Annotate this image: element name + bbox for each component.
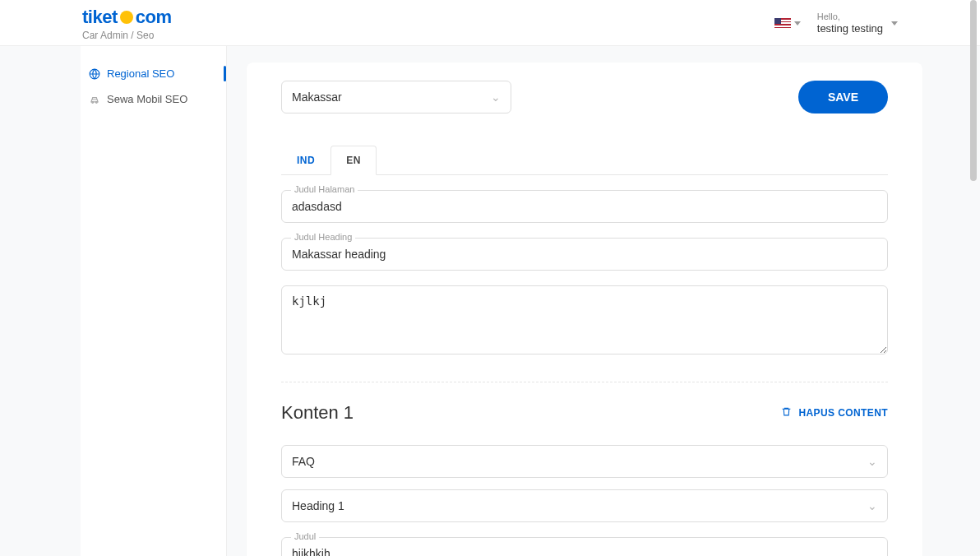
sidebar-item-regional-seo[interactable]: Regional SEO <box>81 61 226 86</box>
heading-level-value: Heading 1 <box>292 499 344 512</box>
form-card: Makassar ⌄ SAVE IND EN Judul Halaman Jud… <box>247 63 922 556</box>
trash-icon <box>781 406 792 419</box>
hapus-content-button[interactable]: HAPUS CONTENT <box>781 406 888 419</box>
brand-text-left: tiket <box>82 7 118 28</box>
section-divider <box>281 382 888 382</box>
sidebar-item-label: Sewa Mobil SEO <box>107 93 187 105</box>
us-flag-icon <box>774 18 791 28</box>
body-area: Regional SEO Sewa Mobil SEO Makassar ⌄ S… <box>0 46 980 556</box>
region-select-value: Makassar <box>292 90 342 104</box>
chevron-down-icon <box>794 21 801 25</box>
user-name: testing testing <box>817 22 883 35</box>
top-row: Makassar ⌄ SAVE <box>281 81 888 114</box>
judul-halaman-label: Judul Halaman <box>291 184 358 194</box>
user-menu[interactable]: Hello, testing testing <box>817 12 898 35</box>
sidebar: Regional SEO Sewa Mobil SEO <box>81 46 227 556</box>
save-button[interactable]: SAVE <box>798 81 888 114</box>
main-content: Makassar ⌄ SAVE IND EN Judul Halaman Jud… <box>227 46 980 556</box>
content-type-select[interactable]: FAQ ⌄ <box>281 445 888 478</box>
brand-text-right: com <box>136 7 172 28</box>
tab-en[interactable]: EN <box>331 146 377 175</box>
content-type-value: FAQ <box>292 455 315 468</box>
app-header: tiket com Car Admin / Seo Hello, testing… <box>0 0 980 46</box>
scrollbar-thumb[interactable] <box>970 0 977 181</box>
sidebar-item-sewa-mobil-seo[interactable]: Sewa Mobil SEO <box>81 86 226 112</box>
region-select[interactable]: Makassar ⌄ <box>281 81 511 114</box>
tab-ind[interactable]: IND <box>281 146 331 175</box>
brand-logo: tiket com <box>82 7 172 28</box>
konten-header: Konten 1 HAPUS CONTENT <box>281 402 888 424</box>
hapus-content-label: HAPUS CONTENT <box>798 407 888 419</box>
logo-block: tiket com Car Admin / Seo <box>82 7 172 41</box>
judul-heading-input[interactable] <box>281 238 888 271</box>
konten-judul-field: Judul <box>281 537 888 556</box>
user-greeting: Hello, <box>817 12 883 22</box>
description-textarea[interactable] <box>281 285 888 354</box>
judul-halaman-input[interactable] <box>281 190 888 223</box>
vertical-scrollbar[interactable] <box>970 0 978 556</box>
konten-title: Konten 1 <box>281 402 354 424</box>
car-icon <box>89 94 100 105</box>
language-tabs: IND EN <box>281 145 888 175</box>
heading-level-select[interactable]: Heading 1 ⌄ <box>281 489 888 522</box>
konten-judul-label: Judul <box>291 531 319 541</box>
breadcrumb: Car Admin / Seo <box>82 30 172 41</box>
user-text: Hello, testing testing <box>817 12 883 35</box>
judul-heading-field: Judul Heading <box>281 238 888 271</box>
brand-dot-icon <box>120 11 133 24</box>
judul-halaman-field: Judul Halaman <box>281 190 888 223</box>
header-right: Hello, testing testing <box>774 12 898 35</box>
chevron-down-icon <box>891 21 898 25</box>
sidebar-item-label: Regional SEO <box>107 67 174 80</box>
chevron-down-icon: ⌄ <box>491 90 501 104</box>
judul-heading-label: Judul Heading <box>291 232 355 242</box>
description-field <box>281 285 888 357</box>
chevron-down-icon: ⌄ <box>867 499 877 512</box>
chevron-down-icon: ⌄ <box>867 455 877 468</box>
globe-icon <box>89 68 100 80</box>
language-switcher[interactable] <box>774 18 801 28</box>
konten-judul-input[interactable] <box>281 537 888 556</box>
